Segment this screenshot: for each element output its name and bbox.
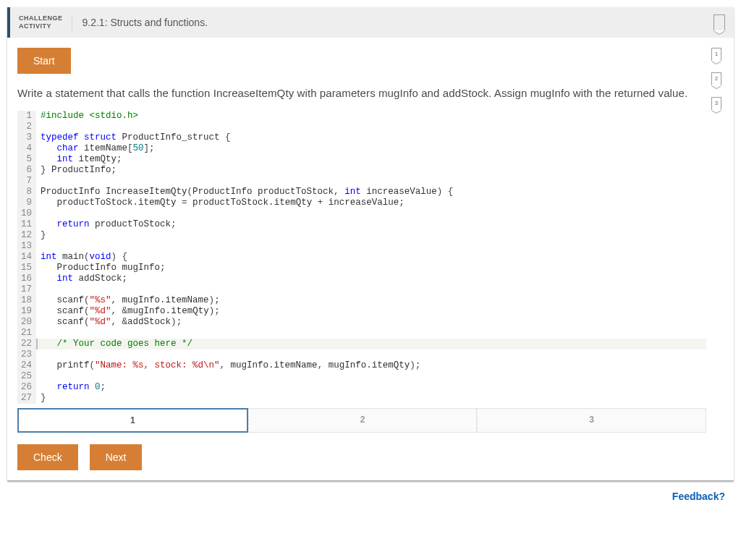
line-number: 17	[17, 284, 36, 295]
code-text[interactable]: ProductInfo mugInfo;	[36, 263, 706, 273]
code-text[interactable]: }	[36, 393, 706, 404]
line-number: 18	[17, 295, 36, 306]
code-text[interactable]: char itemName[50];	[36, 143, 706, 154]
code-line[interactable]: 24 printf("Name: %s, stock: %d\n", mugIn…	[17, 360, 706, 371]
code-line[interactable]: 3typedef struct ProductInfo_struct {	[17, 132, 706, 143]
code-text[interactable]: productToStock.itemQty = productToStock.…	[36, 198, 706, 208]
code-text[interactable]	[36, 241, 706, 252]
code-line[interactable]: 27}	[17, 393, 706, 404]
line-number: 24	[17, 360, 36, 371]
line-number: 4	[17, 143, 36, 154]
line-number: 23	[17, 349, 36, 360]
code-line[interactable]: 2	[17, 122, 706, 132]
code-line[interactable]: 18 scanf("%s", mugInfo.itemName);	[17, 295, 706, 306]
line-number: 16	[17, 273, 36, 284]
code-text[interactable]	[36, 208, 706, 219]
code-line[interactable]: 10	[17, 208, 706, 219]
code-text[interactable]: ProductInfo IncreaseItemQty(ProductInfo …	[36, 187, 706, 198]
code-text[interactable]	[36, 371, 706, 382]
code-line[interactable]: 25	[17, 371, 706, 382]
line-number: 6	[17, 165, 36, 176]
progress-tab-3[interactable]: 3	[477, 408, 706, 433]
code-editor[interactable]: 1#include <stdio.h>23typedef struct Prod…	[17, 111, 706, 404]
kicker-line-2: ACTIVITY	[19, 22, 63, 30]
line-number: 1	[17, 111, 36, 122]
code-line[interactable]: 7	[17, 176, 706, 187]
line-number: 21	[17, 328, 36, 339]
line-number: 13	[17, 241, 36, 252]
code-line[interactable]: 16 int addStock;	[17, 273, 706, 284]
line-number: 2	[17, 122, 36, 132]
code-line[interactable]: 15 ProductInfo mugInfo;	[17, 263, 706, 273]
progress-tabs: 1 2 3	[17, 408, 706, 433]
code-text[interactable]	[36, 349, 706, 360]
code-text[interactable]: typedef struct ProductInfo_struct {	[36, 132, 706, 143]
next-button[interactable]: Next	[90, 444, 143, 470]
line-number: 22	[17, 339, 36, 349]
code-line[interactable]: 12}	[17, 230, 706, 241]
prompt-text: Write a statement that calls the functio…	[17, 85, 706, 102]
code-line[interactable]: 11 return productToStock;	[17, 219, 706, 230]
code-line[interactable]: 22 /* Your code goes here */	[17, 339, 706, 349]
code-text[interactable]	[36, 176, 706, 187]
code-text[interactable]: scanf("%d", &mugInfo.itemQty);	[36, 306, 706, 317]
line-number: 7	[17, 176, 36, 187]
step-badge-1[interactable]: 1	[711, 48, 721, 61]
code-text[interactable]: printf("Name: %s, stock: %d\n", mugInfo.…	[36, 360, 706, 371]
code-line[interactable]: 20 scanf("%d", &addStock);	[17, 317, 706, 328]
step-indicator-column: 1 2 3	[706, 48, 727, 470]
line-number: 20	[17, 317, 36, 328]
code-line[interactable]: 14int main(void) {	[17, 252, 706, 263]
code-text[interactable]: int itemQty;	[36, 154, 706, 165]
code-text[interactable]: int addStock;	[36, 273, 706, 284]
activity-kicker: CHALLENGE ACTIVITY	[19, 14, 72, 30]
code-line[interactable]: 5 int itemQty;	[17, 154, 706, 165]
check-button[interactable]: Check	[17, 444, 78, 470]
code-text[interactable]: } ProductInfo;	[36, 165, 706, 176]
code-line[interactable]: 19 scanf("%d", &mugInfo.itemQty);	[17, 306, 706, 317]
code-line[interactable]: 1#include <stdio.h>	[17, 111, 706, 122]
code-text[interactable]: }	[36, 230, 706, 241]
start-button[interactable]: Start	[17, 48, 71, 74]
code-text[interactable]	[36, 122, 706, 132]
code-line[interactable]: 17	[17, 284, 706, 295]
code-text[interactable]: scanf("%s", mugInfo.itemName);	[36, 295, 706, 306]
code-line[interactable]: 23	[17, 349, 706, 360]
line-number: 27	[17, 393, 36, 404]
progress-tab-1[interactable]: 1	[17, 408, 248, 433]
line-number: 25	[17, 371, 36, 382]
line-number: 11	[17, 219, 36, 230]
line-number: 8	[17, 187, 36, 198]
line-number: 9	[17, 198, 36, 208]
line-number: 19	[17, 306, 36, 317]
code-text[interactable]: return productToStock;	[36, 219, 706, 230]
line-number: 14	[17, 252, 36, 263]
line-number: 5	[17, 154, 36, 165]
feedback-link[interactable]: Feedback?	[0, 483, 741, 502]
line-number: 26	[17, 382, 36, 393]
line-number: 10	[17, 208, 36, 219]
code-text[interactable]	[36, 284, 706, 295]
activity-title: 9.2.1: Structs and functions.	[72, 17, 208, 28]
progress-tab-2[interactable]: 2	[248, 408, 478, 433]
code-line[interactable]: 21	[17, 328, 706, 339]
line-number: 12	[17, 230, 36, 241]
step-badge-2[interactable]: 2	[711, 72, 721, 85]
code-line[interactable]: 4 char itemName[50];	[17, 143, 706, 154]
code-line[interactable]: 8ProductInfo IncreaseItemQty(ProductInfo…	[17, 187, 706, 198]
code-text[interactable]: scanf("%d", &addStock);	[36, 317, 706, 328]
line-number: 3	[17, 132, 36, 143]
line-number: 15	[17, 263, 36, 273]
kicker-line-1: CHALLENGE	[19, 14, 63, 22]
code-line[interactable]: 9 productToStock.itemQty = productToStoc…	[17, 198, 706, 208]
code-text[interactable]: #include <stdio.h>	[36, 111, 706, 122]
code-line[interactable]: 26 return 0;	[17, 382, 706, 393]
code-line[interactable]: 13	[17, 241, 706, 252]
code-text[interactable]: int main(void) {	[36, 252, 706, 263]
bookmark-icon[interactable]	[714, 14, 725, 30]
code-text[interactable]	[36, 328, 706, 339]
code-line[interactable]: 6} ProductInfo;	[17, 165, 706, 176]
code-text[interactable]: return 0;	[36, 382, 706, 393]
code-text[interactable]: /* Your code goes here */	[36, 339, 706, 349]
step-badge-3[interactable]: 3	[711, 97, 721, 110]
